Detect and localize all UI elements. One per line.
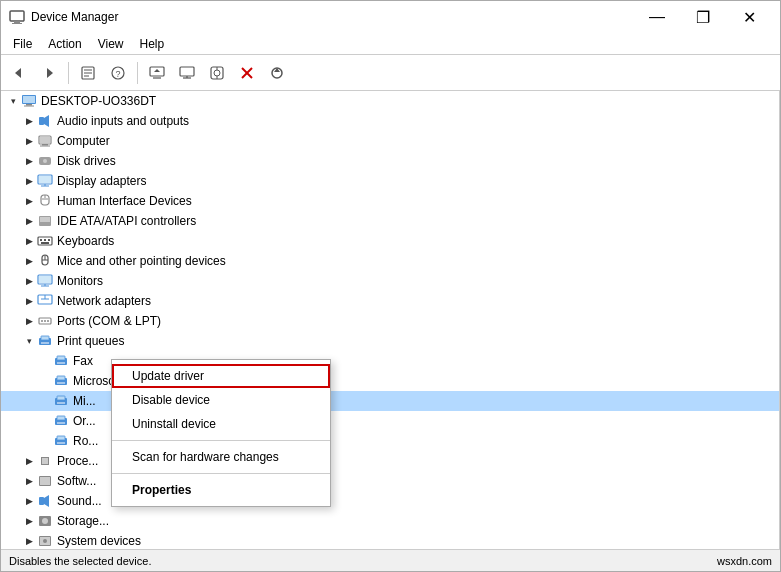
audio-expander[interactable]: ▶ bbox=[21, 113, 37, 129]
context-scan-hardware[interactable]: Scan for hardware changes bbox=[112, 445, 330, 469]
storage-expander[interactable]: ▶ bbox=[21, 513, 37, 529]
svg-rect-73 bbox=[57, 382, 65, 384]
mi-expander bbox=[37, 393, 53, 409]
computer-expander[interactable]: ▶ bbox=[21, 133, 37, 149]
tree-item-mouse[interactable]: ▶ Mice and other pointing devices bbox=[1, 251, 779, 271]
root-expander[interactable]: ▾ bbox=[5, 93, 21, 109]
svg-rect-33 bbox=[42, 144, 48, 146]
monitors-icon bbox=[37, 273, 53, 289]
svg-rect-82 bbox=[57, 442, 65, 444]
tree-item-disk[interactable]: ▶ Disk drives bbox=[1, 151, 779, 171]
minimize-button[interactable]: — bbox=[634, 1, 680, 33]
svg-rect-28 bbox=[24, 106, 34, 107]
toolbar-sep-2 bbox=[137, 62, 138, 84]
or-icon bbox=[53, 413, 69, 429]
device-tree[interactable]: ▾ DESKTOP-UO336DT ▶ bbox=[1, 91, 780, 549]
svg-rect-2 bbox=[12, 23, 22, 24]
tree-item-keyboard[interactable]: ▶ Keyboards bbox=[1, 231, 779, 251]
ports-expander[interactable]: ▶ bbox=[21, 313, 37, 329]
tree-item-monitors[interactable]: ▶ Monitors bbox=[1, 271, 779, 291]
svg-point-93 bbox=[43, 539, 47, 543]
help-button[interactable]: ? bbox=[104, 59, 132, 87]
menu-action[interactable]: Action bbox=[40, 35, 89, 53]
computer-label: Computer bbox=[57, 134, 110, 148]
tree-item-system[interactable]: ▶ System devices bbox=[1, 531, 779, 549]
window-controls: — ❐ ✕ bbox=[634, 1, 772, 33]
disk-expander[interactable]: ▶ bbox=[21, 153, 37, 169]
tree-item-ports[interactable]: ▶ Ports (COM & LPT) bbox=[1, 311, 779, 331]
refresh-button[interactable] bbox=[263, 59, 291, 87]
mouse-expander[interactable]: ▶ bbox=[21, 253, 37, 269]
properties-button[interactable] bbox=[74, 59, 102, 87]
svg-point-63 bbox=[44, 320, 46, 322]
disk-icon bbox=[37, 153, 53, 169]
hid-label: Human Interface Devices bbox=[57, 194, 192, 208]
tree-item-ide[interactable]: ▶ IDE ATA/ATAPI controllers bbox=[1, 211, 779, 231]
svg-text:?: ? bbox=[115, 69, 120, 79]
processors-expander[interactable]: ▶ bbox=[21, 453, 37, 469]
keyboard-expander[interactable]: ▶ bbox=[21, 233, 37, 249]
ro-expander bbox=[37, 433, 53, 449]
svg-rect-79 bbox=[57, 422, 65, 424]
audio-icon bbox=[37, 113, 53, 129]
remove-button[interactable] bbox=[233, 59, 261, 87]
software-expander[interactable]: ▶ bbox=[21, 473, 37, 489]
tree-item-network[interactable]: ▶ Network adapters bbox=[1, 291, 779, 311]
svg-rect-69 bbox=[57, 356, 65, 360]
sound-icon bbox=[37, 493, 53, 509]
ide-expander[interactable]: ▶ bbox=[21, 213, 37, 229]
network-expander[interactable]: ▶ bbox=[21, 293, 37, 309]
ide-label: IDE ATA/ATAPI controllers bbox=[57, 214, 196, 228]
close-button[interactable]: ✕ bbox=[726, 1, 772, 33]
computer-icon bbox=[21, 93, 37, 109]
tree-item-print-queues[interactable]: ▾ Print queues bbox=[1, 331, 779, 351]
tree-item-hid[interactable]: ▶ Human Interface Devices bbox=[1, 191, 779, 211]
fax-label: Fax bbox=[73, 354, 93, 368]
tree-item-audio[interactable]: ▶ Audio inputs and outputs bbox=[1, 111, 779, 131]
svg-rect-66 bbox=[41, 336, 49, 340]
screen-button[interactable] bbox=[173, 59, 201, 87]
fax-expander bbox=[37, 353, 53, 369]
svg-point-64 bbox=[47, 320, 49, 322]
keyboard-label: Keyboards bbox=[57, 234, 114, 248]
context-update-driver[interactable]: Update driver bbox=[112, 364, 330, 388]
hid-icon bbox=[37, 193, 53, 209]
tree-item-computer[interactable]: ▶ Computer bbox=[1, 131, 779, 151]
menu-file[interactable]: File bbox=[5, 35, 40, 53]
display-expander[interactable]: ▶ bbox=[21, 173, 37, 189]
svg-rect-27 bbox=[26, 104, 32, 106]
svg-rect-38 bbox=[39, 176, 51, 183]
monitors-label: Monitors bbox=[57, 274, 103, 288]
monitors-expander[interactable]: ▶ bbox=[21, 273, 37, 289]
sound-label: Sound... bbox=[57, 494, 102, 508]
svg-rect-47 bbox=[40, 239, 42, 241]
print-queues-expander[interactable]: ▾ bbox=[21, 333, 37, 349]
svg-marker-12 bbox=[154, 69, 160, 72]
back-button[interactable] bbox=[5, 59, 33, 87]
tree-item-storage[interactable]: ▶ Storage... bbox=[1, 511, 779, 531]
mi-icon bbox=[53, 393, 69, 409]
scan-button[interactable] bbox=[203, 59, 231, 87]
system-expander[interactable]: ▶ bbox=[21, 533, 37, 549]
context-uninstall-device[interactable]: Uninstall device bbox=[112, 412, 330, 436]
context-menu: Update driver Disable device Uninstall d… bbox=[111, 359, 331, 507]
svg-point-18 bbox=[214, 70, 220, 76]
network-label: Network adapters bbox=[57, 294, 151, 308]
hid-expander[interactable]: ▶ bbox=[21, 193, 37, 209]
update-driver-button[interactable] bbox=[143, 59, 171, 87]
sound-expander[interactable]: ▶ bbox=[21, 493, 37, 509]
mi-label: Mi... bbox=[73, 394, 96, 408]
forward-button[interactable] bbox=[35, 59, 63, 87]
context-properties[interactable]: Properties bbox=[112, 478, 330, 502]
tree-root[interactable]: ▾ DESKTOP-UO336DT bbox=[1, 91, 779, 111]
svg-rect-86 bbox=[40, 477, 50, 485]
svg-rect-72 bbox=[57, 376, 65, 380]
svg-rect-14 bbox=[180, 67, 194, 76]
menu-view[interactable]: View bbox=[90, 35, 132, 53]
maximize-button[interactable]: ❐ bbox=[680, 1, 726, 33]
print-queues-label: Print queues bbox=[57, 334, 124, 348]
menu-help[interactable]: Help bbox=[132, 35, 173, 53]
svg-marker-88 bbox=[44, 495, 49, 507]
context-disable-device[interactable]: Disable device bbox=[112, 388, 330, 412]
tree-item-display[interactable]: ▶ Display adapters bbox=[1, 171, 779, 191]
